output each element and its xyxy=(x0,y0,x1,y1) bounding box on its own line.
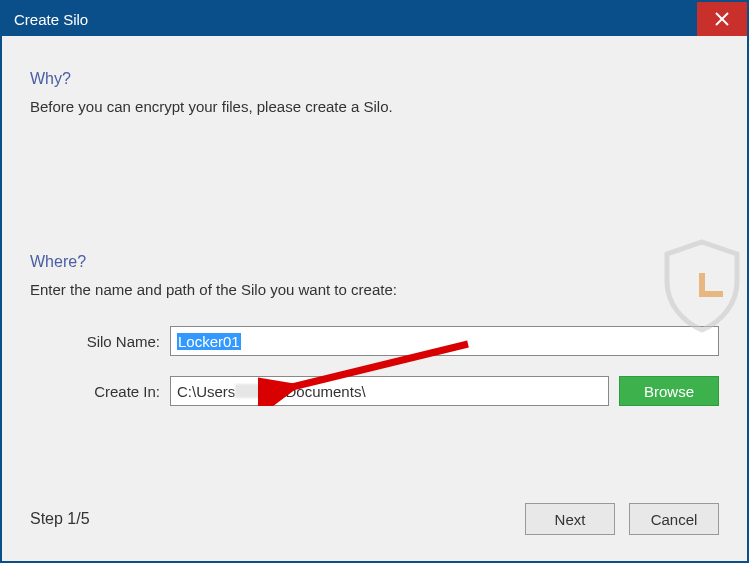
dialog-window: Create Silo Why? Before you can encrypt … xyxy=(0,0,749,563)
step-indicator: Step 1/5 xyxy=(30,510,90,528)
next-button[interactable]: Next xyxy=(525,503,615,535)
silo-name-value: Locker01 xyxy=(177,333,241,350)
dialog-content: Why? Before you can encrypt your files, … xyxy=(2,36,747,561)
create-in-redacted xyxy=(235,384,281,398)
why-heading: Why? xyxy=(30,70,719,88)
create-in-input[interactable]: C:\Users\Documents\ xyxy=(170,376,609,406)
close-button[interactable] xyxy=(697,2,747,36)
close-icon xyxy=(715,12,729,26)
titlebar: Create Silo xyxy=(2,2,747,36)
shield-icon xyxy=(657,236,747,336)
where-text: Enter the name and path of the Silo you … xyxy=(30,281,719,298)
silo-name-input[interactable]: Locker01 xyxy=(170,326,719,356)
create-in-row: Create In: C:\Users\Documents\ Browse xyxy=(30,376,719,406)
create-in-prefix: C:\Users xyxy=(177,383,235,400)
dialog-footer: Step 1/5 Next Cancel xyxy=(30,483,719,535)
window-title: Create Silo xyxy=(14,11,88,28)
create-in-suffix: \Documents\ xyxy=(281,383,365,400)
cancel-button[interactable]: Cancel xyxy=(629,503,719,535)
where-heading: Where? xyxy=(30,253,719,271)
silo-name-row: Silo Name: Locker01 xyxy=(30,326,719,356)
create-in-label: Create In: xyxy=(30,383,160,400)
why-text: Before you can encrypt your files, pleas… xyxy=(30,98,719,115)
silo-name-label: Silo Name: xyxy=(30,333,160,350)
footer-buttons: Next Cancel xyxy=(525,503,719,535)
browse-button[interactable]: Browse xyxy=(619,376,719,406)
